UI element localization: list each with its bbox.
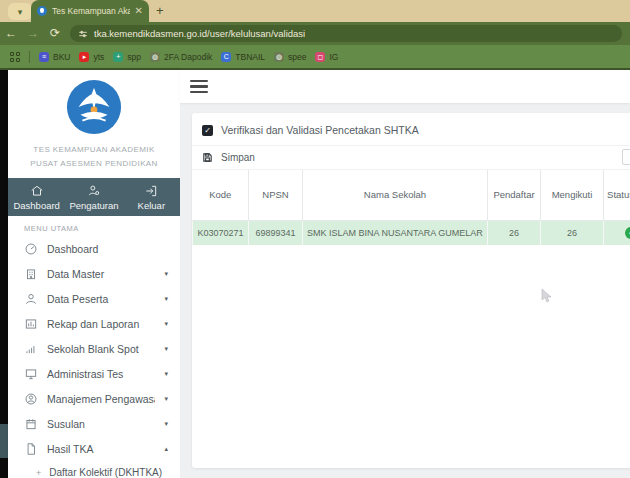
bookmark-tbnail[interactable]: CTBNAIL — [221, 52, 265, 62]
bookmark-bku[interactable]: ≡BKU — [39, 52, 70, 62]
globe-icon: ◍ — [150, 52, 160, 62]
table-body: K0307027169899341SMK ISLAM BINA NUSANTAR… — [193, 220, 630, 245]
site-favicon — [37, 6, 47, 16]
url-text: tka.kemendikdasmen.go.id/user/kelulusan/… — [94, 28, 305, 39]
card-title: Verifikasi dan Validasi Pencetakan SHTKA — [221, 124, 419, 136]
plus-icon: + — [113, 52, 123, 62]
sidebar-item-hasil-tka[interactable]: Hasil TKA▴ — [8, 436, 180, 461]
chart-icon — [24, 317, 38, 331]
sidebar-submenu: +Daftar Kolektif (DKHTKA) — [8, 461, 180, 478]
bookmark-spee[interactable]: ◍spee — [274, 52, 306, 62]
close-tab-icon[interactable]: ✕ — [135, 6, 143, 16]
verify-checkbox[interactable]: ✓ — [202, 125, 213, 136]
cell-nama-sekolah: SMK ISLAM BINA NUSANTARA GUMELAR — [303, 220, 488, 245]
submenu-label: Daftar Kolektif (DKHTKA) — [49, 467, 162, 478]
menu-item-label: Dashboard — [47, 243, 159, 255]
youtube-icon: ▸ — [79, 52, 89, 62]
caret-icon: ▾ — [164, 370, 168, 378]
building-icon — [24, 267, 38, 281]
bookmark-2fa-dapodik[interactable]: ◍2FA Dapodik — [150, 52, 212, 62]
column-header-mengikuti[interactable]: Mengikuti — [541, 170, 604, 220]
apps-grid-icon[interactable] — [10, 52, 20, 62]
bookmark-label: 2FA Dapodik — [164, 52, 212, 62]
submenu-bullet-icon: + — [36, 468, 41, 478]
menu-item-label: Data Peserta — [47, 293, 155, 305]
card-header: ✓ Verifikasi dan Validasi Pencetakan SHT… — [192, 113, 630, 146]
user-gear-icon — [87, 184, 101, 198]
address-bar[interactable]: tka.kemendikdasmen.go.id/user/kelulusan/… — [70, 25, 622, 42]
column-header-pendaftar[interactable]: Pendaftar — [488, 170, 541, 220]
sidebar-item-data-master[interactable]: Data Master▾ — [8, 261, 180, 286]
letter-c-icon: C — [221, 52, 231, 62]
left-black-strip — [0, 70, 8, 478]
site-settings-icon — [78, 29, 88, 39]
new-tab-button[interactable]: + — [156, 4, 164, 17]
monitor-icon — [24, 367, 38, 381]
chevron-down-icon: ▾ — [18, 7, 23, 17]
table-row[interactable]: K0307027169899341SMK ISLAM BINA NUSANTAR… — [193, 220, 630, 245]
menu-item-label: Data Master — [47, 268, 155, 280]
bookmark-yts[interactable]: ▸yts — [79, 52, 104, 62]
cell-kode: K03070271 — [193, 220, 249, 245]
sidebar-item-administrasi-tes[interactable]: Administrasi Tes▾ — [8, 361, 180, 386]
tab-search-button[interactable]: ▾ — [8, 3, 32, 20]
sidebar-topnav-pengaturan[interactable]: Pengaturan — [65, 178, 122, 216]
hamburger-menu-icon[interactable] — [190, 80, 208, 94]
screenshot-root: ▾ Tes Kemampuan Akademik - Te ✕ + ← → ⟳ … — [0, 0, 630, 478]
status-verified-icon[interactable]: ✓ — [625, 227, 630, 239]
column-header-npsn[interactable]: NPSN — [249, 170, 303, 220]
topnav-label: Keluar — [138, 200, 165, 211]
forward-button[interactable]: → — [22, 22, 44, 45]
reload-button[interactable]: ⟳ — [44, 22, 66, 45]
bookmark-label: spee — [288, 52, 306, 62]
bookmark-label: IG — [329, 52, 338, 62]
user-circle-icon — [24, 392, 38, 406]
sidebar-item-data-peserta[interactable]: Data Peserta▾ — [8, 286, 180, 311]
menu-item-label: Manajemen Pengawasan — [47, 393, 155, 405]
doc-icon: ≡ — [39, 52, 49, 62]
validation-card: ✓ Verifikasi dan Validasi Pencetakan SHT… — [192, 113, 630, 468]
sidebar-item-rekap-dan-laporan[interactable]: Rekap dan Laporan▾ — [8, 311, 180, 336]
browser-tab-strip: ▾ Tes Kemampuan Akademik - Te ✕ + — [0, 0, 630, 22]
pdf-icon — [24, 442, 38, 456]
caret-icon: ▴ — [164, 445, 168, 453]
sidebar-item-susulan[interactable]: Susulan▾ — [8, 411, 180, 436]
back-button[interactable]: ← — [0, 22, 22, 45]
globe-icon: ◍ — [274, 52, 284, 62]
sidebar-top-nav: DashboardPengaturanKeluar — [8, 178, 180, 216]
sidebar-topnav-dashboard[interactable]: Dashboard — [8, 178, 65, 216]
browser-active-tab[interactable]: Tes Kemampuan Akademik - Te ✕ — [31, 0, 149, 22]
menu-item-label: Hasil TKA — [47, 443, 155, 455]
sidebar-item-dashboard[interactable]: Dashboard — [8, 236, 180, 261]
bookmark-spp[interactable]: +spp — [113, 52, 141, 62]
save-button[interactable]: Simpan — [221, 152, 255, 163]
tab-title: Tes Kemampuan Akademik - Te — [52, 6, 130, 16]
browser-toolbar: ← → ⟳ tka.kemendikdasmen.go.id/user/kelu… — [0, 22, 630, 45]
topnav-label: Dashboard — [13, 200, 59, 211]
bookmark-label: spp — [127, 52, 141, 62]
org-name-line2: PUSAT ASESMEN PENDIDIKAN — [8, 159, 180, 168]
signal-bars-icon — [24, 342, 38, 356]
instagram-icon: ◻ — [315, 52, 325, 62]
sidebar-subitem-daftar-kolektif[interactable]: +Daftar Kolektif (DKHTKA) — [8, 461, 180, 478]
table-search-input[interactable] — [622, 149, 630, 165]
bookmark-ig[interactable]: ◻IG — [315, 52, 338, 62]
column-header-kode[interactable]: Kode — [193, 170, 249, 220]
left-edge-notch — [0, 424, 8, 458]
sidebar-item-sekolah-blank-spot[interactable]: Sekolah Blank Spot▾ — [8, 336, 180, 361]
user-icon — [24, 292, 38, 306]
logout-icon — [144, 184, 158, 198]
gauge-icon — [24, 242, 38, 256]
sidebar-item-manajemen-pengawasan[interactable]: Manajemen Pengawasan▾ — [8, 386, 180, 411]
bookmarks-bar: ≡BKU▸yts+spp◍2FA DapodikCTBNAIL◍spee◻IG — [0, 45, 630, 68]
column-header-status-tka[interactable]: Status TKA — [604, 170, 630, 220]
caret-icon: ▾ — [164, 295, 168, 303]
save-icon — [202, 152, 213, 163]
tut-wuri-handayani-logo — [65, 78, 123, 136]
bookmark-label: yts — [93, 52, 104, 62]
menu-item-label: Susulan — [47, 418, 155, 430]
table-header-row: KodeNPSNNama SekolahPendaftarMengikutiSt… — [193, 170, 630, 220]
sidebar-topnav-keluar[interactable]: Keluar — [123, 178, 180, 216]
column-header-nama-sekolah[interactable]: Nama Sekolah — [303, 170, 488, 220]
caret-icon: ▾ — [164, 420, 168, 428]
